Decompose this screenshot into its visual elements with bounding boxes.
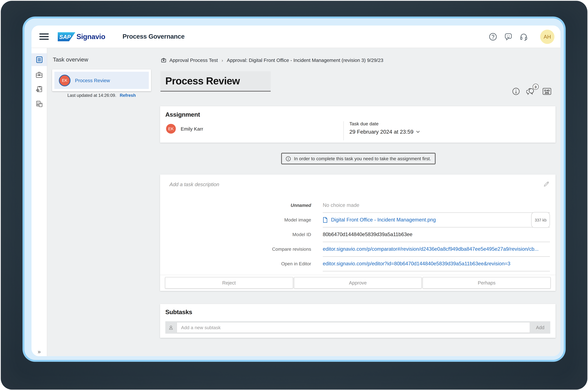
field-label: Open in Editor	[165, 257, 311, 271]
chevron-down-icon	[416, 131, 420, 133]
no-choice-value: No choice made	[323, 198, 359, 212]
hamburger-menu-icon[interactable]	[39, 33, 49, 40]
due-date-value: 29 February 2024 at 23:59	[350, 129, 413, 135]
top-bar: SAP Signavio Process Governance	[32, 26, 560, 48]
due-date-picker[interactable]: 29 February 2024 at 23:59	[350, 129, 420, 135]
notice-text: In order to complete this task you need …	[294, 156, 431, 161]
headset-icon[interactable]	[519, 32, 528, 41]
field-label: Model image	[165, 213, 311, 227]
divider	[160, 275, 555, 275]
file-size-badge: 337 kb	[531, 212, 550, 228]
assignee-avatar: EK	[166, 124, 176, 134]
breadcrumb: Approval Process Test › Approval: Digita…	[161, 57, 383, 63]
comments-count-badge: 0	[533, 84, 539, 90]
sidebar-item-tasks[interactable]	[32, 53, 47, 66]
screenshot-stage: SAP Signavio Process Governance	[0, 0, 588, 390]
title-action-icons: 0	[512, 87, 551, 95]
last-updated-text: Last updated at 14:26:09.	[67, 93, 116, 98]
last-updated-line: Last updated at 14:26:09. Refresh	[52, 93, 151, 98]
info-icon[interactable]	[512, 88, 520, 95]
task-details-card: Add a task description Unnamed No choice…	[160, 175, 555, 291]
divider	[343, 121, 344, 140]
user-avatar[interactable]: AH	[540, 30, 554, 44]
assignee-avatar: EK	[59, 74, 70, 86]
assignee-person-icon[interactable]	[165, 321, 177, 334]
subtasks-heading: Subtasks	[165, 308, 192, 316]
reject-button[interactable]: Reject	[165, 277, 293, 289]
breadcrumb-separator: ›	[222, 58, 223, 63]
field-value: 80b6470d144840e5839d39a5a11b63ee	[323, 227, 550, 242]
breadcrumb-current: Approval: Digital Front Office - Inciden…	[227, 57, 383, 63]
field-value: Digital Front Office - Incident Manageme…	[323, 213, 550, 227]
feedback-icon[interactable]	[504, 32, 512, 41]
audit-log-icon[interactable]	[542, 88, 551, 95]
approve-button[interactable]: Approve	[294, 277, 422, 289]
assignment-heading: Assignment	[165, 111, 200, 118]
task-title-field[interactable]: Process Review	[160, 71, 271, 92]
breadcrumb-parent[interactable]: Approval Process Test	[169, 57, 218, 63]
subtasks-card: Subtasks Add	[160, 304, 555, 338]
sap-logo-icon: SAP	[58, 32, 75, 41]
refresh-link[interactable]: Refresh	[120, 93, 136, 98]
perhaps-button[interactable]: Perhaps	[423, 277, 551, 289]
open-in-editor-link[interactable]: editor.signavio.com/p/editor?id=80b6470d…	[323, 257, 510, 271]
assignment-card: Assignment EK Emily Karr Task due date 2…	[160, 106, 555, 143]
assignee[interactable]: EK Emily Karr	[166, 124, 203, 134]
field-label: Compare revisions	[165, 242, 311, 257]
task-list-item-selected[interactable]: EK Process Review	[54, 72, 149, 89]
edit-pencil-icon[interactable]	[543, 181, 549, 187]
process-settings-icon	[35, 85, 43, 93]
sidebar-item-reports[interactable]	[32, 98, 47, 109]
page-title: Process Review	[165, 75, 240, 87]
field-value[interactable]: No choice made	[323, 198, 550, 213]
briefcase-icon	[161, 57, 166, 63]
field-row: Compare revisions editor.signavio.com/p/…	[165, 242, 551, 257]
help-icon[interactable]	[489, 32, 497, 41]
top-bar-actions: AH	[489, 30, 560, 44]
main-content: Task overview EK Process Review Last upd…	[47, 48, 560, 356]
field-label: Model ID	[165, 227, 311, 242]
task-list-item-label[interactable]: Process Review	[75, 78, 110, 83]
field-value: editor.signavio.com/p/comparator#/revisi…	[323, 242, 550, 257]
model-id-value: 80b6470d144840e5839d39a5a11b63ee	[323, 227, 412, 242]
task-overview-title: Task overview	[53, 56, 88, 63]
assignee-name: Emily Karr	[181, 126, 203, 132]
briefcase-icon	[35, 71, 43, 79]
comments-icon[interactable]: 0	[526, 87, 536, 95]
field-label: Unnamed	[165, 198, 311, 213]
app-title: Process Governance	[122, 33, 185, 40]
file-icon	[323, 217, 328, 223]
field-row: Open in Editor editor.signavio.com/p/edi…	[165, 257, 551, 271]
signavio-app: SAP Signavio Process Governance	[32, 26, 560, 356]
svg-text:SAP: SAP	[59, 34, 71, 40]
add-subtask-bar: Add	[165, 321, 550, 334]
sap-signavio-logo: SAP Signavio	[58, 32, 105, 41]
signavio-wordmark: Signavio	[77, 32, 105, 41]
field-value: editor.signavio.com/p/editor?id=80b6470d…	[323, 257, 550, 271]
model-image-link[interactable]: Digital Front Office - Incident Manageme…	[331, 213, 436, 227]
due-date-label: Task due date	[350, 121, 379, 126]
sidebar-item-cases[interactable]	[32, 69, 47, 80]
task-list-icon	[35, 55, 43, 64]
sidebar-item-processes[interactable]	[32, 83, 47, 95]
field-row: Model ID 80b6470d144840e5839d39a5a11b63e…	[165, 227, 551, 242]
add-subtask-input[interactable]	[177, 322, 530, 333]
field-row: Model image Digital Front Office - Incid…	[165, 213, 551, 227]
field-row: Unnamed No choice made	[165, 198, 551, 213]
compare-revisions-link[interactable]: editor.signavio.com/p/comparator#/revisi…	[323, 242, 539, 256]
add-subtask-button[interactable]: Add	[530, 321, 550, 334]
task-list-card: EK Process Review	[52, 69, 151, 91]
sidebar-nav: »	[32, 48, 47, 356]
browser-window-frame: SAP Signavio Process Governance	[22, 17, 566, 362]
reports-icon	[35, 100, 43, 107]
info-icon	[286, 156, 291, 161]
decision-actions: Reject Approve Perhaps	[165, 277, 551, 289]
sidebar-collapse-toggle[interactable]: »	[32, 348, 47, 355]
notice-banner: In order to complete this task you need …	[281, 153, 435, 164]
task-description-placeholder[interactable]: Add a task description	[169, 182, 219, 187]
